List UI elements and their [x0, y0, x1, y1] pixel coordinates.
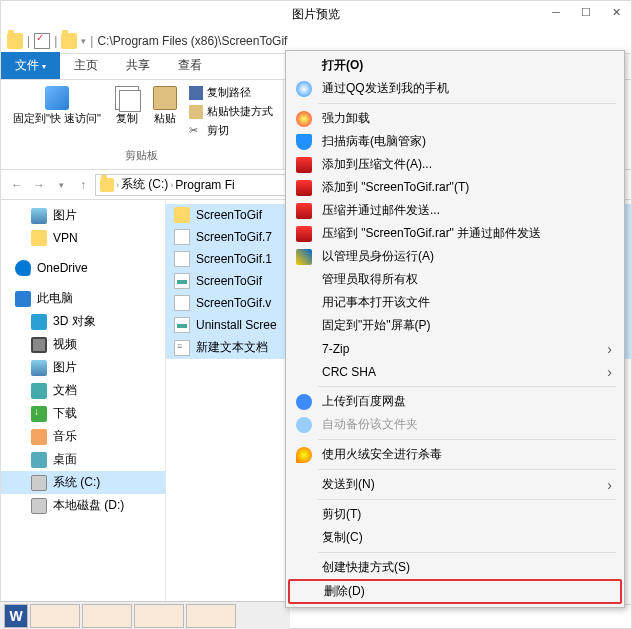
taskbar-item[interactable]	[186, 604, 236, 628]
tab-file[interactable]: 文件	[1, 52, 60, 79]
rar-icon	[296, 180, 312, 196]
menu-item[interactable]: 压缩到 "ScreenToGif.rar" 并通过邮件发送	[288, 222, 622, 245]
tree-node[interactable]: 视频	[1, 333, 165, 356]
menu-label: 删除(D)	[324, 583, 365, 600]
nav-up-button[interactable]: ↑	[73, 175, 93, 195]
cut-button[interactable]: ✂ 剪切	[187, 122, 275, 139]
menu-label: 固定到"开始"屏幕(P)	[322, 317, 431, 334]
menu-label: 剪切(T)	[322, 506, 361, 523]
separator-icon: |	[90, 34, 93, 48]
context-menu[interactable]: 打开(O)通过QQ发送到我的手机强力卸载扫描病毒(电脑管家)添加到压缩文件(A)…	[285, 50, 625, 608]
tree-node[interactable]: 本地磁盘 (D:)	[1, 494, 165, 517]
pin-label: 固定到"快 速访问"	[13, 112, 101, 125]
folder-icon[interactable]	[61, 33, 77, 49]
rar-icon	[296, 157, 312, 173]
menu-item[interactable]: 使用火绒安全进行杀毒	[288, 443, 622, 466]
music-icon	[31, 429, 47, 445]
menu-item[interactable]: 上传到百度网盘	[288, 390, 622, 413]
disk-icon	[31, 498, 47, 514]
menu-item[interactable]: 管理员取得所有权	[288, 268, 622, 291]
nav-tree[interactable]: 图片VPNOneDrive此电脑3D 对象视频图片文档下载音乐桌面系统 (C:)…	[1, 200, 166, 604]
file-icon	[174, 317, 190, 333]
menu-item[interactable]: 以管理员身份运行(A)	[288, 245, 622, 268]
menu-item[interactable]: 强力卸载	[288, 107, 622, 130]
menu-item[interactable]: 剪切(T)	[288, 503, 622, 526]
chevron-icon[interactable]: ›	[170, 180, 173, 190]
close-button[interactable]: ✕	[601, 1, 631, 23]
file-icon	[174, 273, 190, 289]
crumb-segment[interactable]: Program Fi	[175, 178, 234, 192]
tree-node[interactable]: 此电脑	[1, 287, 165, 310]
paste-label: 粘贴	[154, 112, 176, 125]
crumb-segment[interactable]: 系统 (C:)	[121, 176, 168, 193]
address-path[interactable]: C:\Program Files (x86)\ScreenToGif	[97, 34, 287, 48]
tree-node[interactable]: 3D 对象	[1, 310, 165, 333]
taskbar-item[interactable]	[82, 604, 132, 628]
folder-icon[interactable]	[7, 33, 23, 49]
pin-to-quick-button[interactable]: 固定到"快 速访问"	[9, 84, 105, 127]
baidu-icon	[296, 394, 312, 410]
file-name: Uninstall Scree	[196, 318, 277, 332]
menu-item[interactable]: 扫描病毒(电脑管家)	[288, 130, 622, 153]
menu-item[interactable]: 添加到压缩文件(A)...	[288, 153, 622, 176]
menu-item[interactable]: 压缩并通过邮件发送...	[288, 199, 622, 222]
properties-icon[interactable]	[34, 33, 50, 49]
dropdown-icon[interactable]: ▾	[81, 36, 86, 46]
nav-forward-button[interactable]: →	[29, 175, 49, 195]
pic-icon	[31, 208, 47, 224]
taskbar-item[interactable]	[134, 604, 184, 628]
menu-label: 用记事本打开该文件	[322, 294, 430, 311]
tree-node[interactable]: 系统 (C:)	[1, 471, 165, 494]
menu-item[interactable]: 通过QQ发送到我的手机	[288, 77, 622, 100]
tree-node[interactable]: OneDrive	[1, 257, 165, 279]
nav-back-button[interactable]: ←	[7, 175, 27, 195]
tab-share[interactable]: 共享	[112, 52, 164, 79]
menu-label: 以管理员身份运行(A)	[322, 248, 434, 265]
title-bar: 图片预览 ─ ☐ ✕	[0, 0, 632, 28]
minimize-button[interactable]: ─	[541, 1, 571, 23]
baidu2-icon	[296, 417, 312, 433]
cut-label: 剪切	[207, 123, 229, 138]
disk-icon	[31, 475, 47, 491]
menu-item[interactable]: 创建快捷方式(S)	[288, 556, 622, 579]
tab-view[interactable]: 查看	[164, 52, 216, 79]
menu-item[interactable]: CRC SHA	[288, 360, 622, 383]
menu-item[interactable]: 删除(D)	[288, 579, 622, 604]
maximize-button[interactable]: ☐	[571, 1, 601, 23]
copy-path-label: 复制路径	[207, 85, 251, 100]
menu-item[interactable]: 7-Zip	[288, 337, 622, 360]
menu-label: 扫描病毒(电脑管家)	[322, 133, 426, 150]
qq-icon	[296, 81, 312, 97]
pic-icon	[31, 360, 47, 376]
tree-node[interactable]: 图片	[1, 204, 165, 227]
copy-path-button[interactable]: 复制路径	[187, 84, 275, 101]
menu-item[interactable]: 用记事本打开该文件	[288, 291, 622, 314]
tree-node[interactable]: 音乐	[1, 425, 165, 448]
menu-label: 发送到(N)	[322, 476, 375, 493]
dl-icon	[31, 406, 47, 422]
tab-home[interactable]: 主页	[60, 52, 112, 79]
menu-item[interactable]: 复制(C)	[288, 526, 622, 549]
paste-button[interactable]: 粘贴	[149, 84, 181, 127]
menu-label: CRC SHA	[322, 365, 376, 379]
taskbar-item[interactable]	[30, 604, 80, 628]
menu-label: 创建快捷方式(S)	[322, 559, 410, 576]
tree-node[interactable]: 文档	[1, 379, 165, 402]
nav-recent-button[interactable]: ▾	[51, 175, 71, 195]
tree-label: OneDrive	[37, 261, 88, 275]
paste-shortcut-button[interactable]: 粘贴快捷方式	[187, 103, 275, 120]
tree-node[interactable]: 下载	[1, 402, 165, 425]
copy-button[interactable]: 复制	[111, 84, 143, 127]
tree-node[interactable]: 桌面	[1, 448, 165, 471]
menu-item[interactable]: 添加到 "ScreenToGif.rar"(T)	[288, 176, 622, 199]
onedrive-icon	[14, 260, 31, 276]
chevron-icon[interactable]: ›	[116, 180, 119, 190]
file-name: ScreenToGif.v	[196, 296, 271, 310]
menu-item[interactable]: 固定到"开始"屏幕(P)	[288, 314, 622, 337]
taskbar-item[interactable]: W	[4, 604, 28, 628]
tree-node[interactable]: 图片	[1, 356, 165, 379]
tree-node[interactable]: VPN	[1, 227, 165, 249]
menu-item[interactable]: 打开(O)	[288, 54, 622, 77]
pc-icon	[15, 291, 31, 307]
menu-item[interactable]: 发送到(N)	[288, 473, 622, 496]
